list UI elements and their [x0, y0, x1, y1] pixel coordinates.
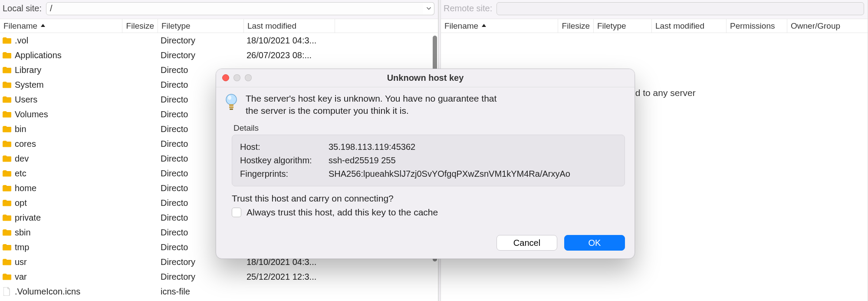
file-name: Volumes: [15, 109, 48, 119]
host-key-dialog: Unknown host key The server's host key i…: [216, 69, 635, 259]
file-icon: [3, 287, 10, 296]
algo-label: Hostkey algorithm:: [240, 154, 325, 167]
folder-icon: [3, 52, 11, 59]
folder-icon: [3, 244, 11, 251]
svg-point-1: [228, 96, 231, 100]
dialog-body: The server's host key is unknown. You ha…: [216, 87, 635, 231]
cancel-button[interactable]: Cancel: [496, 235, 557, 251]
local-site-label: Local site:: [3, 3, 42, 13]
host-value: 35.198.113.119:45362: [329, 140, 415, 154]
folder-icon: [3, 96, 11, 103]
svg-rect-2: [229, 104, 233, 106]
svg-point-0: [226, 94, 237, 105]
local-header-spacer: [335, 19, 438, 33]
remote-site-input: [496, 2, 864, 15]
local-site-dropdown-button[interactable]: [423, 2, 434, 15]
trust-question: Trust this host and carry on connecting?: [232, 193, 625, 204]
file-name: home: [15, 183, 36, 193]
sort-ascending-icon: [481, 21, 487, 31]
remote-header-filename[interactable]: Filename: [441, 19, 558, 33]
local-site-input[interactable]: [46, 2, 434, 15]
local-header-filesize[interactable]: Filesize: [122, 19, 158, 33]
local-site-bar: Local site:: [0, 0, 438, 19]
dialog-button-row: Cancel OK: [216, 231, 635, 258]
dialog-titlebar[interactable]: Unknown host key: [216, 69, 635, 87]
fingerprint-label: Fingerprints:: [240, 167, 325, 181]
always-trust-row: Always trust this host, add this key to …: [232, 207, 625, 218]
local-header-filetype[interactable]: Filetype: [158, 19, 244, 33]
always-trust-label: Always trust this host, add this key to …: [247, 207, 438, 218]
local-column-headers: Filename Filesize Filetype Last modified: [0, 19, 438, 33]
remote-header-filetype[interactable]: Filetype: [594, 19, 652, 33]
file-name: .VolumeIcon.icns: [15, 287, 80, 297]
remote-header-owner[interactable]: Owner/Group: [787, 19, 868, 33]
file-name: var: [15, 272, 27, 282]
remote-header-filesize[interactable]: Filesize: [558, 19, 594, 33]
table-row[interactable]: varDirectory25/12/2021 12:3...: [0, 269, 438, 284]
remote-site-combo: [496, 2, 864, 15]
ok-button[interactable]: OK: [564, 235, 625, 251]
table-row[interactable]: ApplicationsDirectory26/07/2023 08:...: [0, 48, 438, 63]
remote-site-bar: Remote site:: [441, 0, 868, 19]
folder-icon: [3, 111, 11, 118]
folder-icon: [3, 258, 11, 265]
folder-icon: [3, 229, 11, 236]
file-name: System: [15, 80, 44, 90]
folder-icon: [3, 126, 11, 132]
file-name: private: [15, 213, 41, 223]
local-header-filename[interactable]: Filename: [0, 19, 122, 33]
file-name: cores: [15, 139, 36, 149]
remote-header-lastmod[interactable]: Last modified: [652, 19, 727, 33]
file-name: .vol: [15, 36, 28, 46]
window-traffic-lights: [222, 74, 252, 81]
folder-icon: [3, 273, 11, 280]
file-name: bin: [15, 124, 26, 134]
details-label: Details: [233, 123, 625, 133]
file-modified: 26/07/2023 08:...: [247, 50, 338, 60]
sort-ascending-icon: [40, 21, 46, 31]
window-minimize-button: [233, 74, 240, 81]
folder-icon: [3, 66, 11, 73]
svg-rect-3: [229, 106, 233, 108]
always-trust-checkbox[interactable]: [232, 208, 241, 217]
folder-icon: [3, 214, 11, 221]
remote-site-label: Remote site:: [444, 3, 492, 13]
local-header-lastmod[interactable]: Last modified: [244, 19, 335, 33]
file-name: etc: [15, 169, 26, 179]
folder-icon: [3, 170, 11, 177]
file-name: Applications: [15, 50, 62, 60]
file-name: usr: [15, 257, 27, 267]
file-type: Directory: [161, 36, 247, 46]
folder-icon: [3, 185, 11, 192]
app-root: Local site: Filename Filesize Filetype L…: [0, 0, 868, 301]
file-type: Directory: [161, 50, 247, 60]
window-zoom-button: [245, 74, 252, 81]
folder-icon: [3, 199, 11, 206]
file-type: Directory: [161, 272, 247, 282]
algo-value: ssh-ed25519 255: [329, 154, 396, 167]
svg-rect-4: [230, 109, 233, 110]
local-site-combo: [46, 2, 434, 15]
folder-icon: [3, 155, 11, 162]
file-name: dev: [15, 154, 29, 164]
window-close-button[interactable]: [222, 74, 229, 81]
file-type: icns-file: [161, 287, 247, 297]
lightbulb-icon: [224, 93, 239, 111]
file-modified: 25/12/2021 12:3...: [247, 272, 338, 282]
table-row[interactable]: .volDirectory18/10/2021 04:3...: [0, 33, 438, 48]
file-name: sbin: [15, 228, 31, 238]
details-box: Host:35.198.113.119:45362 Hostkey algori…: [232, 135, 625, 186]
remote-header-permissions[interactable]: Permissions: [727, 19, 787, 33]
host-label: Host:: [240, 140, 325, 154]
chevron-down-icon: [426, 3, 431, 13]
folder-icon: [3, 81, 11, 88]
folder-icon: [3, 140, 11, 147]
file-name: Users: [15, 95, 37, 105]
table-row[interactable]: .VolumeIcon.icnsicns-file: [0, 284, 438, 299]
file-name: Library: [15, 65, 41, 75]
dialog-title: Unknown host key: [387, 73, 464, 83]
folder-icon: [3, 37, 11, 44]
file-name: tmp: [15, 242, 29, 252]
file-modified: 18/10/2021 04:3...: [247, 36, 338, 46]
remote-column-headers: Filename Filesize Filetype Last modified…: [441, 19, 868, 33]
